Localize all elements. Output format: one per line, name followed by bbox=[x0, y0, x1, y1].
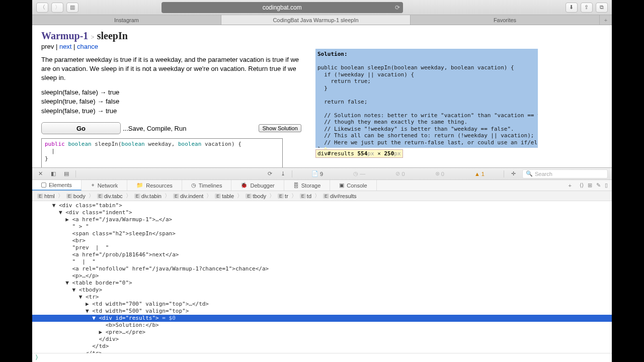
devtools-search[interactable]: 🔍 Search bbox=[522, 169, 608, 178]
new-tab-button[interactable]: + bbox=[600, 15, 612, 25]
tab-console[interactable]: ▣Console bbox=[330, 180, 376, 191]
debugger-icon: 🐞 bbox=[240, 182, 248, 189]
go-hint: ...Save, Compile, Run bbox=[123, 125, 186, 132]
timelines-icon: ◷ bbox=[191, 182, 196, 189]
dom-line[interactable]: </td> bbox=[32, 343, 612, 350]
paint-icon[interactable]: ✎ bbox=[596, 182, 601, 189]
network-icon: ⚬ bbox=[91, 182, 95, 189]
warning-count: ▲ 1 bbox=[474, 171, 485, 177]
layout-icon[interactable]: ⊞ bbox=[588, 182, 592, 189]
dom-line[interactable]: <p>…</p> bbox=[32, 273, 612, 280]
dom-line[interactable]: ▼ <table border="0"> bbox=[32, 280, 612, 287]
dom-line[interactable]: ▶ <pre>…</pre> bbox=[32, 329, 612, 336]
devtools: ✕ ◧ ▤ ⟳ ⤓ 📄 9 ◷ — ⊘ 0 ⊗ 0 ▲ 1 ✛ 🔍 Search bbox=[32, 167, 612, 362]
inspector-highlight: Solution: public boolean sleepIn(boolean… bbox=[315, 49, 538, 148]
console-prompt[interactable]: 〉 bbox=[32, 353, 612, 362]
url-bar[interactable]: codingbat.com ⟳ bbox=[162, 2, 403, 13]
dom-line[interactable]: </div> bbox=[32, 336, 612, 343]
bc-tr[interactable]: Etr bbox=[277, 193, 289, 199]
share-button[interactable]: ⇪ bbox=[581, 3, 593, 13]
tab-debugger[interactable]: 🐞Debugger bbox=[231, 180, 284, 191]
dom-line[interactable]: ▼ <td width="500" valign="top"> bbox=[32, 308, 612, 315]
dom-line-selected[interactable]: ▼ <div id="results"> = $0 bbox=[32, 315, 612, 322]
close-devtools-icon[interactable]: ✕ bbox=[36, 170, 44, 178]
browser-toolbar: 〈 〉 ▥ codingbat.com ⟳ ⬇ ⇪ ⧉ bbox=[32, 0, 612, 15]
tab-resources[interactable]: 📁Resources bbox=[127, 180, 182, 191]
bc-td[interactable]: Etd bbox=[299, 193, 312, 199]
add-tab-button[interactable]: + bbox=[565, 180, 576, 191]
dom-line[interactable]: " | " bbox=[32, 258, 612, 265]
tab-timelines[interactable]: ◷Timelines bbox=[182, 180, 232, 191]
dom-line[interactable]: ▼ <div class="tabin"> bbox=[32, 202, 612, 209]
dom-line[interactable]: " > " bbox=[32, 223, 612, 230]
show-solution-button[interactable]: Show Solution bbox=[259, 124, 301, 132]
download-icon[interactable]: ⤓ bbox=[279, 170, 287, 178]
bc-div-tabin[interactable]: Ediv.tabin bbox=[133, 193, 163, 199]
dom-breadcrumb: Ehtml〉 Ebody〉 Ediv.tabc〉 Ediv.tabin〉 Edi… bbox=[32, 191, 612, 201]
dom-line[interactable]: ▼ <div class="indent"> bbox=[32, 209, 612, 216]
bc-div-tabc[interactable]: Ediv.tabc bbox=[96, 193, 124, 199]
bc-div-results[interactable]: Ediv#results bbox=[322, 193, 358, 199]
reload-icon[interactable]: ⟳ bbox=[266, 170, 274, 178]
time-indicator: ◷ — bbox=[353, 170, 365, 177]
search-icon: 🔍 bbox=[526, 170, 533, 177]
tab-codingbat[interactable]: CodingBat Java Warmup-1 sleepIn bbox=[221, 15, 411, 25]
chance-link[interactable]: chance bbox=[77, 43, 98, 50]
tab-favorites[interactable]: Favorites bbox=[411, 15, 600, 25]
dock-left-icon[interactable]: ◧ bbox=[49, 170, 57, 178]
dom-line[interactable]: <a href="/prob/p181646">next</a> bbox=[32, 251, 612, 258]
bc-tbody[interactable]: Etbody bbox=[245, 193, 267, 199]
dom-line[interactable]: "prev | " bbox=[32, 244, 612, 251]
bc-table[interactable]: Etable bbox=[214, 193, 235, 199]
dom-line[interactable]: <span class="h2">sleepIn</span> bbox=[32, 230, 612, 237]
bc-body[interactable]: Ebody bbox=[65, 193, 87, 199]
code-editor[interactable]: public boolean sleepIn(boolean weekday, … bbox=[41, 138, 283, 167]
dom-line[interactable]: <b>Solution:</b> bbox=[32, 322, 612, 329]
page-content: Warmup-1 > sleepIn prev | next | chance … bbox=[32, 25, 612, 167]
problem-description: The parameter weekday is true if it is a… bbox=[41, 55, 308, 83]
dom-tree[interactable]: ▼ <div class="tabin"> ▼ <div class="inde… bbox=[32, 201, 612, 353]
node-path-icon[interactable]: ⟨⟩ bbox=[580, 182, 584, 189]
url-text: codingbat.com bbox=[263, 4, 302, 11]
tab-instagram[interactable]: Instagram bbox=[32, 15, 221, 25]
nav-back-button[interactable]: 〈 bbox=[36, 3, 48, 13]
dom-line[interactable]: ▶ <a href="/java/Warmup-1">…</a> bbox=[32, 216, 612, 223]
dom-line[interactable]: ▼ <tr> bbox=[32, 294, 612, 301]
dock-bottom-icon[interactable]: ▤ bbox=[62, 170, 70, 178]
console-icon: ▣ bbox=[339, 182, 344, 189]
inspector-tooltip: div#results 554px × 250px bbox=[315, 149, 403, 158]
storage-icon: 🗄 bbox=[293, 183, 299, 189]
resources-count: 📄 9 bbox=[311, 170, 323, 177]
resources-icon: 📁 bbox=[136, 182, 143, 189]
tab-elements[interactable]: Elements bbox=[32, 180, 82, 191]
elements-icon bbox=[41, 183, 46, 188]
dom-line[interactable]: ▼ <tbody> bbox=[32, 287, 612, 294]
tabs-overview-button[interactable]: ⧉ bbox=[596, 3, 608, 13]
error-count: ⊗ 0 bbox=[435, 170, 444, 177]
reload-icon[interactable]: ⟳ bbox=[395, 4, 400, 11]
go-button[interactable]: Go bbox=[41, 122, 121, 134]
next-link[interactable]: next bbox=[59, 43, 72, 50]
problem-title: Warmup-1 > sleepIn bbox=[41, 30, 603, 42]
sidebar-toggle-button[interactable]: ▥ bbox=[66, 3, 78, 13]
tab-strip: Instagram CodingBat Java Warmup-1 sleepI… bbox=[32, 15, 612, 25]
bc-div-indent[interactable]: Ediv.indent bbox=[172, 193, 204, 199]
tab-network[interactable]: ⚬Network bbox=[82, 180, 127, 191]
devtools-toolbar: ✕ ◧ ▤ ⟳ ⤓ 📄 9 ◷ — ⊘ 0 ⊗ 0 ▲ 1 ✛ 🔍 Search bbox=[32, 168, 612, 180]
element-picker-icon[interactable]: ✛ bbox=[509, 170, 517, 178]
log-count: ⊘ 0 bbox=[395, 170, 405, 177]
tab-storage[interactable]: 🗄Storage bbox=[284, 180, 331, 191]
dom-line[interactable]: <br> bbox=[32, 237, 612, 244]
nav-forward-button[interactable]: 〉 bbox=[51, 3, 63, 13]
bc-html[interactable]: Ehtml bbox=[36, 193, 56, 199]
dom-line[interactable]: ▶ <td width="700" valign="top">…</td> bbox=[32, 301, 612, 308]
downloads-button[interactable]: ⬇ bbox=[566, 3, 578, 13]
devtools-tabs: Elements ⚬Network 📁Resources ◷Timelines … bbox=[32, 180, 612, 191]
dom-line[interactable]: <a rel="nofollow" href="/java/Warmup-1?c… bbox=[32, 265, 612, 273]
detail-icon[interactable]: ▯ bbox=[605, 182, 608, 189]
